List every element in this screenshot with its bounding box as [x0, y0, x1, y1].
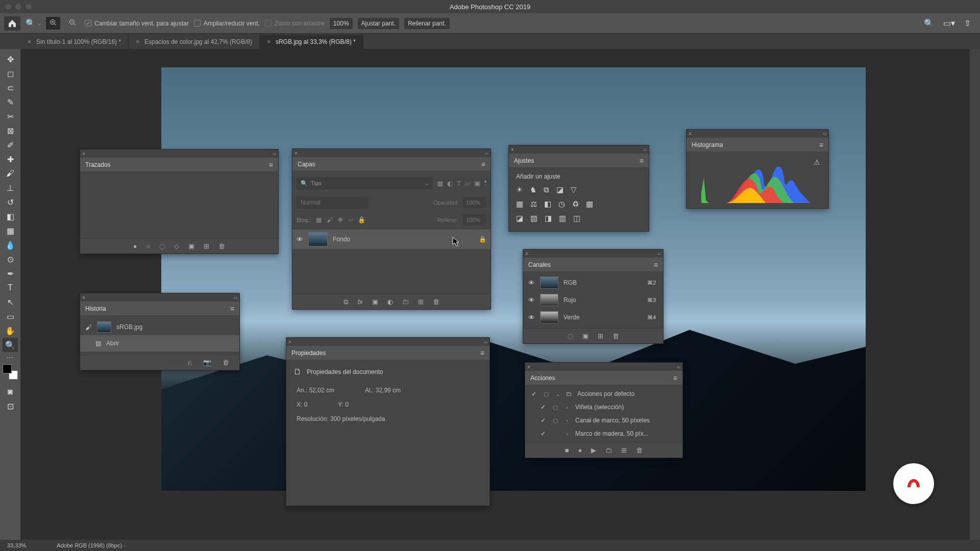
move-tool[interactable]: ✥: [3, 52, 18, 66]
new-channel-icon[interactable]: ⊞: [598, 332, 603, 340]
action-row[interactable]: ✓›Marco de madera, 50 píx...: [525, 427, 682, 440]
exposure-icon[interactable]: ◪: [556, 185, 564, 194]
frame-tool[interactable]: ⊠: [3, 123, 18, 138]
zoom-100-button[interactable]: 100%: [330, 18, 353, 29]
type-tool[interactable]: T: [3, 281, 18, 295]
brightness-icon[interactable]: ☀: [516, 185, 523, 194]
color-balance-icon[interactable]: ⚖: [530, 199, 537, 209]
maximize-window[interactable]: [26, 4, 32, 10]
blur-tool[interactable]: 💧: [3, 238, 18, 252]
fill-screen-button[interactable]: Rellenar pant.: [404, 18, 450, 29]
close-icon[interactable]: ×: [288, 339, 291, 345]
make-workpath-icon[interactable]: ◇: [174, 242, 179, 250]
shape-tool[interactable]: ▭: [3, 309, 18, 323]
pen-tool[interactable]: ✒: [3, 266, 18, 281]
lock-artboard-icon[interactable]: ▱: [348, 216, 353, 223]
eyedropper-tool[interactable]: ✐: [3, 138, 18, 152]
collapse-icon[interactable]: ‹‹: [485, 151, 488, 156]
filter-shape-icon[interactable]: ▱: [465, 180, 470, 187]
delete-action-icon[interactable]: 🗑: [636, 446, 643, 454]
edit-toolbar[interactable]: •••: [3, 352, 18, 362]
hue-icon[interactable]: ▦: [516, 199, 523, 209]
gradient-tool[interactable]: ▦: [3, 223, 18, 238]
gradient-map-icon[interactable]: ▥: [559, 214, 566, 223]
right-dock[interactable]: [970, 49, 980, 540]
collapse-icon[interactable]: ‹‹: [677, 364, 680, 370]
stop-action-icon[interactable]: ■: [565, 446, 569, 454]
add-mask-icon[interactable]: ▣: [188, 242, 194, 250]
channel-visibility-icon[interactable]: 👁: [528, 279, 535, 287]
doc-tab-2[interactable]: ×Espacios de color.jpg al 42,7% (RGB/8): [129, 35, 260, 49]
channel-row-red[interactable]: 👁Rojo⌘3: [523, 291, 663, 309]
channel-row-green[interactable]: 👁Verde⌘4: [523, 309, 663, 326]
close-icon[interactable]: ×: [28, 38, 31, 45]
delete-path-icon[interactable]: 🗑: [218, 242, 225, 250]
collapse-icon[interactable]: ‹‹: [643, 147, 647, 153]
panel-menu-icon[interactable]: ≡: [673, 374, 677, 382]
lock-transparent-icon[interactable]: ▦: [316, 216, 322, 223]
home-button[interactable]: [4, 16, 20, 31]
screen-mode-toggle[interactable]: ⊡: [3, 399, 18, 413]
quick-select-tool[interactable]: ✎: [3, 95, 18, 109]
foreground-color[interactable]: [3, 364, 12, 373]
color-swatches[interactable]: [3, 364, 18, 380]
zoom-tool[interactable]: 🔍: [3, 338, 18, 352]
threshold-icon[interactable]: ◨: [545, 214, 552, 223]
history-source-row[interactable]: 🖌 sRGB.jpg: [80, 319, 239, 335]
doc-tab-1[interactable]: ×Sin título-1 al 100% (RGB/16) *: [20, 35, 129, 49]
new-action-icon[interactable]: ⊞: [621, 446, 627, 454]
filter-adjust-icon[interactable]: ◐: [447, 180, 453, 187]
canvas-area[interactable]: ×‹‹ Trazados≡ ● ○ ◌ ◇ ▣ ⊞ 🗑 ×‹‹ Historia…: [20, 49, 970, 540]
share-icon[interactable]: ⇧: [964, 18, 971, 28]
new-snapshot-icon[interactable]: 📷: [203, 359, 211, 366]
close-icon[interactable]: ×: [267, 38, 271, 45]
lock-indicator-icon[interactable]: 🔒: [479, 236, 486, 243]
panel-menu-icon[interactable]: ≡: [654, 261, 658, 269]
posterize-icon[interactable]: ▨: [530, 214, 537, 223]
collapse-icon[interactable]: ‹‹: [234, 295, 237, 300]
close-icon[interactable]: ×: [689, 131, 692, 137]
group-icon[interactable]: 🗀: [402, 298, 409, 306]
panel-tab-channels[interactable]: Canales: [528, 261, 551, 268]
channel-visibility-icon[interactable]: 👁: [528, 314, 535, 321]
levels-icon[interactable]: ♞: [530, 185, 536, 194]
channel-visibility-icon[interactable]: 👁: [528, 296, 535, 304]
close-icon[interactable]: ×: [295, 151, 298, 156]
invert-icon[interactable]: ◪: [516, 214, 523, 223]
panel-tab-actions[interactable]: Acciones: [530, 374, 555, 382]
panel-tab-layers[interactable]: Capas: [298, 161, 315, 168]
play-action-icon[interactable]: ▶: [591, 446, 596, 454]
bw-icon[interactable]: ◧: [544, 199, 551, 209]
layer-thumbnail[interactable]: [308, 232, 328, 246]
delete-state-icon[interactable]: 🗑: [223, 359, 229, 366]
vibrance-icon[interactable]: ▽: [571, 185, 577, 194]
panel-menu-icon[interactable]: ≡: [640, 157, 644, 165]
collapse-icon[interactable]: ‹‹: [657, 251, 661, 257]
collapse-icon[interactable]: ‹‹: [823, 131, 826, 137]
create-doc-from-state-icon[interactable]: ⎌: [188, 359, 192, 366]
zoom-preset-dropdown[interactable]: ⌵: [38, 20, 41, 26]
delete-channel-icon[interactable]: 🗑: [612, 332, 619, 340]
panel-tab-properties[interactable]: Propiedades: [291, 349, 326, 357]
filter-toggle-icon[interactable]: [484, 181, 486, 186]
panel-menu-icon[interactable]: ≡: [480, 349, 484, 357]
crop-tool[interactable]: ✂: [3, 109, 18, 123]
action-row[interactable]: ✓▢›Canal de marco, 50 píxeles: [525, 414, 682, 427]
panel-menu-icon[interactable]: ≡: [481, 160, 485, 168]
panel-menu-icon[interactable]: ≡: [819, 141, 823, 149]
selective-color-icon[interactable]: ◫: [573, 214, 580, 223]
lock-image-icon[interactable]: 🖌: [327, 216, 333, 223]
panel-menu-icon[interactable]: ≡: [269, 161, 273, 169]
panel-tab-history[interactable]: Historia: [85, 305, 106, 312]
resize-windows-checkbox[interactable]: ✓Cambiar tamaño vent. para ajustar: [85, 20, 189, 27]
minimize-window[interactable]: [15, 4, 21, 10]
fill-field[interactable]: 100%: [463, 214, 486, 226]
filter-type-icon[interactable]: T: [457, 180, 461, 187]
lock-position-icon[interactable]: ✥: [338, 216, 343, 223]
status-zoom[interactable]: 33,33%: [7, 542, 26, 548]
zoom-in-button[interactable]: [46, 17, 60, 30]
history-state-row[interactable]: ▤ Abrir: [80, 335, 239, 352]
layer-name[interactable]: Fondo: [333, 236, 350, 243]
new-action-set-icon[interactable]: 🗀: [605, 446, 612, 454]
layer-row-background[interactable]: 👁 Fondo 🔒: [292, 230, 491, 249]
